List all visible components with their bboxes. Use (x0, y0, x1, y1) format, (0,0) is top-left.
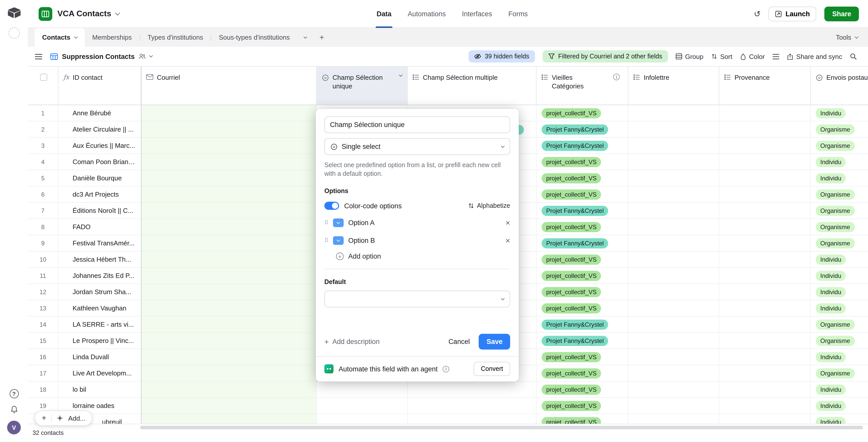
cell-infolettre[interactable] (628, 235, 719, 251)
cell-vieilles-categories[interactable]: Projet Fanny&Crystel (536, 333, 628, 349)
cell-vieilles-categories[interactable]: projet_collectif_VS (536, 398, 628, 414)
cell-envois-postaux[interactable]: Individu (811, 170, 868, 186)
drag-handle-icon[interactable]: ⠿ (324, 219, 329, 226)
cell-vieilles-categories[interactable]: projet_collectif_VS (536, 105, 628, 121)
notifications-bell-icon[interactable] (10, 406, 18, 414)
header-id-contact[interactable]: ƒx ID contact (58, 66, 141, 105)
sort-button[interactable]: Sort (711, 53, 732, 60)
table-row[interactable]: 19 lorraine oades projet_collectif_VS In… (28, 398, 868, 414)
cell-provenance[interactable] (719, 382, 811, 397)
cell-champ-selection-multiple[interactable] (408, 414, 536, 424)
cell-champ-selection-unique[interactable] (317, 398, 408, 414)
cell-infolettre[interactable] (628, 284, 719, 300)
cell-provenance[interactable] (719, 203, 811, 218)
cell-infolettre[interactable] (628, 105, 719, 121)
cell-provenance[interactable] (719, 105, 811, 121)
cell-vieilles-categories[interactable]: projet_collectif_VS (536, 349, 628, 365)
history-icon[interactable]: ↺ (754, 9, 761, 19)
cell-vieilles-categories[interactable]: projet_collectif_VS (536, 414, 628, 424)
cell-id-contact[interactable]: Jordan Strum Sha... (58, 284, 141, 300)
cell-champ-selection-unique[interactable] (317, 382, 408, 397)
cell-courriel[interactable] (141, 219, 317, 235)
cell-champ-selection-multiple[interactable] (408, 398, 536, 414)
cell-envois-postaux[interactable]: Individu (811, 154, 868, 170)
cell-infolettre[interactable] (628, 186, 719, 202)
cell-courriel[interactable] (141, 268, 317, 284)
cell-courriel[interactable] (141, 138, 317, 153)
row-number-cell[interactable]: 10 (28, 252, 58, 267)
cell-id-contact[interactable]: dc3 Art Projects (58, 186, 141, 202)
cell-courriel[interactable] (141, 235, 317, 251)
cell-infolettre[interactable] (628, 252, 719, 267)
cell-envois-postaux[interactable]: Organisme (811, 203, 868, 218)
cell-envois-postaux[interactable]: Organisme (811, 121, 868, 137)
cell-envois-postaux[interactable]: Individu (811, 414, 868, 424)
cell-vieilles-categories[interactable]: projet_collectif_VS (536, 154, 628, 170)
add-option-button[interactable]: + Add option (336, 253, 510, 260)
field-name-input[interactable] (324, 116, 510, 133)
cell-courriel[interactable] (141, 365, 317, 381)
field-type-select[interactable]: Single select (324, 138, 510, 155)
cell-vieilles-categories[interactable]: projet_collectif_VS (536, 252, 628, 267)
cell-courriel[interactable] (141, 382, 317, 397)
remove-option-icon[interactable]: × (505, 219, 510, 227)
cell-infolettre[interactable] (628, 414, 719, 424)
row-number-cell[interactable]: 6 (28, 186, 58, 202)
add-record-bar[interactable]: + Add... (34, 411, 93, 426)
cell-provenance[interactable] (719, 219, 811, 235)
cell-envois-postaux[interactable]: Individu (811, 398, 868, 414)
row-number-cell[interactable]: 1 (28, 105, 58, 121)
color-button[interactable]: Color (740, 53, 765, 60)
info-icon[interactable]: i (443, 365, 449, 372)
nav-tab-forms[interactable]: Forms (507, 0, 529, 28)
option-color-chip[interactable] (333, 218, 344, 227)
cell-envois-postaux[interactable]: Individu (811, 105, 868, 121)
cell-id-contact[interactable]: Coman Poon Brian ... (58, 154, 141, 170)
cell-courriel[interactable] (141, 414, 317, 424)
cell-infolettre[interactable] (628, 203, 719, 218)
header-vieilles-categories[interactable]: Vieilles Catégories i (536, 66, 628, 105)
cell-vieilles-categories[interactable]: Projet Fanny&Crystel (536, 235, 628, 251)
cell-courriel[interactable] (141, 284, 317, 300)
cell-envois-postaux[interactable]: Organisme (811, 333, 868, 349)
cell-envois-postaux[interactable]: Individu (811, 268, 868, 284)
cancel-button[interactable]: Cancel (442, 334, 476, 349)
cell-provenance[interactable] (719, 414, 811, 424)
cell-champ-selection-unique[interactable] (317, 414, 408, 424)
header-envois-postaux[interactable]: Envois postaux (811, 66, 868, 105)
tab-overflow-chevron-icon[interactable] (298, 28, 314, 47)
cell-id-contact[interactable]: lo bil (58, 382, 141, 397)
cell-infolettre[interactable] (628, 382, 719, 397)
cell-infolettre[interactable] (628, 219, 719, 235)
cell-vieilles-categories[interactable]: projet_collectif_VS (536, 300, 628, 316)
nav-tab-data[interactable]: Data (376, 0, 393, 28)
cell-infolettre[interactable] (628, 121, 719, 137)
airtable-logo-icon[interactable] (7, 7, 21, 18)
cell-courriel[interactable] (141, 121, 317, 137)
header-provenance[interactable]: Provenance (719, 66, 811, 105)
cell-provenance[interactable] (719, 300, 811, 316)
base-icon[interactable] (38, 7, 52, 21)
cell-infolettre[interactable] (628, 138, 719, 153)
cell-courriel[interactable] (141, 317, 317, 332)
cell-courriel[interactable] (141, 186, 317, 202)
cell-vieilles-categories[interactable]: projet_collectif_VS (536, 268, 628, 284)
default-option-select[interactable] (324, 291, 510, 307)
view-sidebar-toggle-icon[interactable] (35, 54, 42, 59)
row-number-cell[interactable]: 9 (28, 235, 58, 251)
cell-provenance[interactable] (719, 268, 811, 284)
cell-id-contact[interactable]: Jessica Hébert Th... (58, 252, 141, 267)
cell-courriel[interactable] (141, 349, 317, 365)
cell-provenance[interactable] (719, 138, 811, 153)
cell-infolettre[interactable] (628, 154, 719, 170)
cell-courriel[interactable] (141, 333, 317, 349)
row-number-cell[interactable]: 8 (28, 219, 58, 235)
share-sync-button[interactable]: Share and sync (786, 53, 842, 60)
cell-vieilles-categories[interactable]: Projet Fanny&Crystel (536, 317, 628, 332)
option-color-chip[interactable] (333, 236, 344, 245)
cell-provenance[interactable] (719, 365, 811, 381)
cell-envois-postaux[interactable]: Individu (811, 252, 868, 267)
cell-envois-postaux[interactable]: Organisme (811, 317, 868, 332)
select-all-checkbox[interactable] (40, 73, 47, 81)
cell-infolettre[interactable] (628, 317, 719, 332)
